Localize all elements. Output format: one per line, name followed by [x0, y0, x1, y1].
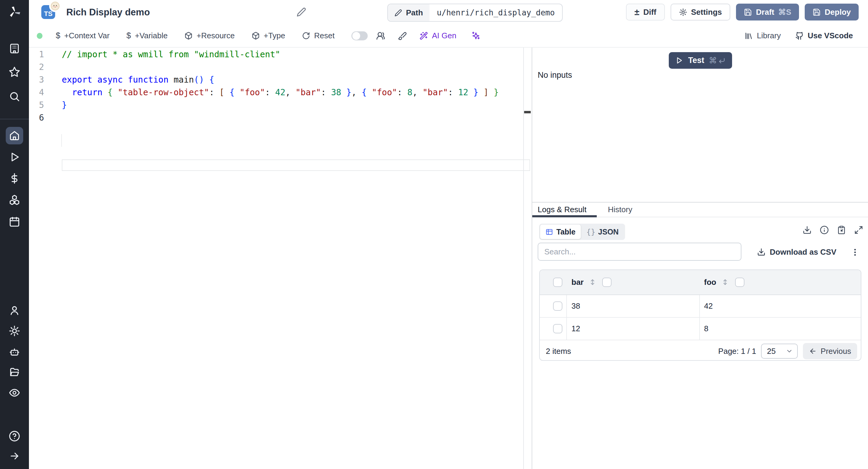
multiplayer-toggle[interactable] — [351, 31, 368, 40]
sidebar-item-expand[interactable] — [0, 450, 29, 462]
path-editor[interactable]: Path u/henri/rich_display_demo — [387, 4, 563, 22]
column-foo-checkbox[interactable] — [735, 278, 744, 287]
toggle-knob — [352, 32, 360, 40]
select-all-checkbox[interactable] — [553, 278, 562, 287]
table-row[interactable]: 12 8 — [540, 318, 861, 340]
star-icon — [9, 66, 20, 78]
column-header-foo[interactable]: foo — [704, 270, 716, 294]
code-line[interactable]: export async function main() { — [62, 73, 499, 86]
code-editor[interactable]: 123456 // import * as wmill from "windmi… — [29, 48, 532, 469]
code-line[interactable] — [62, 112, 499, 124]
type-label: +Type — [264, 31, 285, 40]
sort-icon[interactable] — [721, 278, 730, 286]
gear-icon — [9, 325, 20, 337]
code-line[interactable]: } — [62, 99, 499, 112]
view-table-label: Table — [556, 227, 575, 236]
path-label: Path — [388, 4, 430, 21]
draft-button[interactable]: Draft ⌘S — [736, 4, 799, 21]
sidebar-item-folders[interactable] — [0, 367, 29, 378]
previous-page-button[interactable]: Previous — [803, 343, 857, 359]
sidebar-item-variables[interactable] — [0, 173, 29, 184]
download-icon[interactable] — [803, 225, 812, 234]
format-button[interactable] — [398, 31, 407, 40]
row-checkbox[interactable] — [553, 324, 562, 333]
variable-label: +Variable — [135, 31, 168, 40]
add-type-button[interactable]: +Type — [252, 31, 285, 40]
script-emoji-icon — [51, 1, 60, 10]
row-checkbox[interactable] — [553, 302, 562, 311]
package-icon — [184, 32, 193, 40]
play-icon — [675, 56, 684, 64]
table-search[interactable] — [538, 243, 741, 261]
line-number: 3 — [29, 73, 44, 86]
view-json-button[interactable]: {} JSON — [581, 224, 624, 239]
table-footer: 2 items Page: 1 / 1 25 Previous — [540, 340, 861, 361]
page-size-value: 25 — [767, 347, 776, 356]
editor-scrollbar-track[interactable] — [523, 48, 524, 469]
multiplayer-users-button[interactable] — [376, 31, 385, 40]
ai-sparkles-button[interactable] — [471, 31, 480, 40]
add-resource-button[interactable]: +Resource — [184, 31, 235, 40]
cell-foo: 8 — [704, 318, 708, 340]
play-icon — [9, 151, 20, 163]
clipboard-copy-icon[interactable] — [837, 225, 846, 234]
sidebar-item-runs[interactable] — [0, 151, 29, 163]
tab-history[interactable]: History — [608, 202, 632, 216]
info-icon[interactable] — [820, 225, 829, 234]
path-value[interactable]: u/henri/rich_display_demo — [430, 4, 562, 21]
code-line[interactable]: return { "table-row-object": [ { "foo": … — [62, 86, 499, 99]
result-view-toggle: Table {} JSON — [539, 224, 625, 240]
page-size-select[interactable]: 25 — [761, 344, 798, 359]
sidebar-item-home[interactable] — [6, 127, 23, 145]
sidebar-item-resources[interactable] — [0, 194, 29, 206]
diff-button[interactable]: ± Diff — [626, 4, 665, 21]
expand-icon[interactable] — [854, 225, 863, 234]
edit-summary-button[interactable] — [297, 7, 306, 17]
code-line[interactable] — [62, 61, 499, 73]
result-actions — [803, 225, 863, 234]
add-context-var-button[interactable]: $ +Context Var — [56, 31, 110, 40]
add-variable-button[interactable]: $ +Variable — [127, 31, 168, 40]
windmill-logo[interactable] — [0, 5, 29, 19]
library-label: Library — [757, 31, 781, 40]
sidebar-item-audit-logs[interactable] — [0, 387, 29, 399]
package-icon — [252, 32, 260, 40]
sidebar-item-search[interactable] — [0, 91, 29, 102]
sidebar-item-schedules[interactable] — [0, 216, 29, 227]
settings-button[interactable]: Settings — [671, 4, 731, 21]
sidebar-item-settings[interactable] — [0, 325, 29, 337]
sidebar-item-help[interactable] — [0, 430, 29, 442]
return-key-icon — [718, 57, 725, 64]
sort-icon[interactable] — [588, 278, 597, 286]
header-actions: ± Diff Settings Draft ⌘S — [626, 4, 859, 21]
test-label: Test — [688, 56, 704, 65]
ai-gen-button[interactable]: AI Gen — [420, 31, 456, 40]
kebab-icon — [850, 248, 860, 257]
search-input[interactable] — [538, 243, 741, 260]
column-bar-checkbox[interactable] — [602, 278, 612, 287]
sidebar-item-workers[interactable] — [0, 346, 29, 357]
overview-ruler-cursor — [524, 111, 531, 113]
download-csv-button[interactable]: Download as CSV — [757, 244, 836, 260]
column-header-bar[interactable]: bar — [571, 270, 584, 294]
view-table-button[interactable]: Table — [540, 224, 581, 239]
active-tab-underline — [532, 215, 597, 217]
plus-minus-icon: ± — [634, 7, 639, 17]
tab-logs-result[interactable]: Logs & Result — [538, 202, 587, 216]
sidebar-item-workspace[interactable] — [0, 43, 29, 54]
windmill-script-editor: TS Rich Display demo Path u/henri/rich_d… — [0, 0, 868, 469]
table-row[interactable]: 38 42 — [540, 295, 861, 318]
reset-button[interactable]: Reset — [302, 31, 335, 40]
use-vscode-button[interactable]: Use VScode — [795, 31, 853, 40]
library-button[interactable]: Library — [744, 31, 781, 40]
code-line[interactable]: // import * as wmill from "windmill-clie… — [62, 48, 499, 61]
search-icon — [9, 91, 20, 102]
more-options-button[interactable] — [850, 248, 860, 257]
sidebar-item-favorites[interactable] — [0, 66, 29, 78]
help-circle-icon — [9, 430, 20, 442]
cell-foo: 42 — [704, 295, 713, 317]
sidebar-item-users[interactable] — [0, 305, 29, 316]
gear-icon — [679, 8, 687, 16]
deploy-button[interactable]: Deploy — [805, 4, 859, 21]
test-button[interactable]: Test ⌘ — [669, 52, 732, 69]
